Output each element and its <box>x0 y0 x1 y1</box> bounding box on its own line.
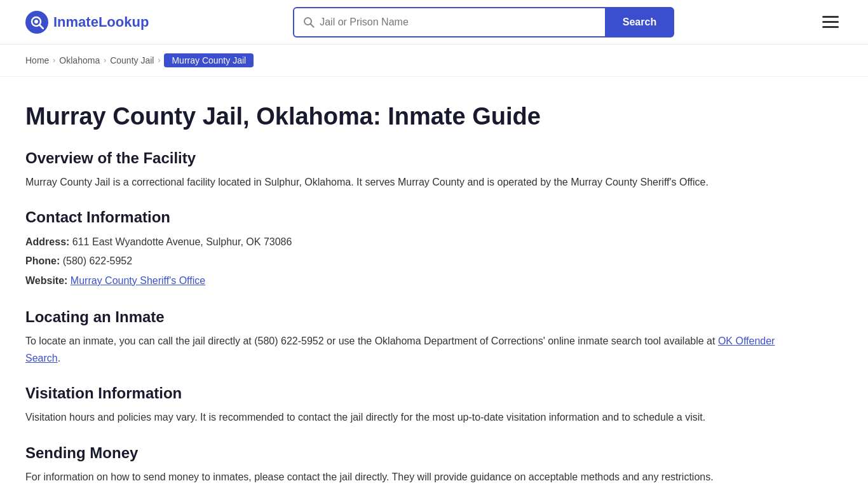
contact-website-link[interactable]: Murray County Sheriff's Office <box>71 275 205 286</box>
breadcrumb-county-jail[interactable]: County Jail <box>110 55 154 65</box>
section-text-visitation: Visitation hours and policies may vary. … <box>25 409 801 426</box>
section-text-sending-money: For information on how to send money to … <box>25 468 801 485</box>
site-header: InmateLookup Search <box>0 0 868 44</box>
section-heading-overview: Overview of the Facility <box>25 149 801 167</box>
svg-point-2 <box>34 20 38 24</box>
search-button[interactable]: Search <box>605 7 674 37</box>
breadcrumb-home[interactable]: Home <box>25 55 49 65</box>
logo-icon <box>25 11 48 34</box>
section-heading-contact: Contact Information <box>25 208 801 226</box>
search-icon <box>303 17 315 28</box>
breadcrumb-chevron-2: › <box>104 56 106 65</box>
section-visitation: Visitation Information Visitation hours … <box>25 384 801 426</box>
section-overview: Overview of the Facility Murray County J… <box>25 149 801 191</box>
section-heading-visitation: Visitation Information <box>25 384 801 402</box>
contact-phone: Phone: (580) 622-5952 <box>25 252 801 271</box>
section-heading-sending-money: Sending Money <box>25 444 801 462</box>
breadcrumb-chevron-3: › <box>158 56 160 65</box>
hamburger-line-3 <box>822 26 839 28</box>
breadcrumb-chevron-1: › <box>53 56 55 65</box>
contact-website: Website: Murray County Sheriff's Office <box>25 271 801 290</box>
section-heading-locating: Locating an Inmate <box>25 308 801 326</box>
logo-text: InmateLookup <box>53 14 149 30</box>
hamburger-line-1 <box>822 16 839 18</box>
breadcrumb-oklahoma[interactable]: Oklahoma <box>59 55 100 65</box>
svg-line-4 <box>311 24 314 27</box>
section-contact: Contact Information Address: 611 East Wy… <box>25 208 801 290</box>
contact-address: Address: 611 East Wyandotte Avenue, Sulp… <box>25 233 801 252</box>
main-content: Murray County Jail, Oklahoma: Inmate Gui… <box>0 77 826 488</box>
breadcrumb-current: Murray County Jail <box>164 53 254 67</box>
section-text-locating: To locate an inmate, you can call the ja… <box>25 332 801 367</box>
section-text-overview: Murray County Jail is a correctional fac… <box>25 173 801 191</box>
breadcrumb: Home › Oklahoma › County Jail › Murray C… <box>0 44 868 77</box>
section-sending-money: Sending Money For information on how to … <box>25 444 801 485</box>
page-title: Murray County Jail, Oklahoma: Inmate Gui… <box>25 102 801 132</box>
search-area: Search <box>293 7 674 37</box>
section-locating: Locating an Inmate To locate an inmate, … <box>25 308 801 367</box>
hamburger-line-2 <box>822 21 839 23</box>
svg-line-1 <box>39 25 43 29</box>
search-input[interactable] <box>320 17 596 28</box>
hamburger-menu-button[interactable] <box>818 12 843 32</box>
search-wrapper <box>293 7 605 37</box>
logo[interactable]: InmateLookup <box>25 11 149 34</box>
